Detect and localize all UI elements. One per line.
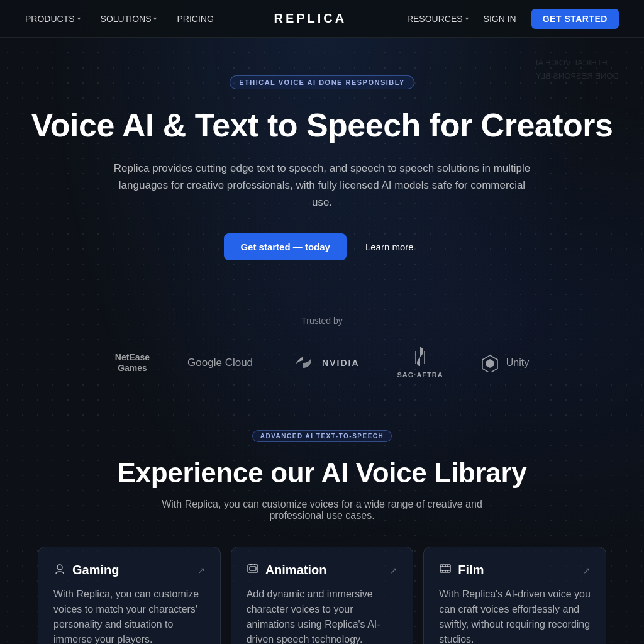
- card-title: Animation: [265, 563, 327, 577]
- chevron-down-icon: ▾: [153, 15, 157, 22]
- animation-icon: [247, 562, 259, 578]
- card-header: Film ↗: [439, 562, 591, 578]
- get-started-button[interactable]: Get started — today: [224, 233, 347, 260]
- trusted-section: Trusted by NetEaseGames Google Cloud NVI…: [0, 286, 644, 392]
- external-link-icon[interactable]: ↗: [583, 565, 591, 575]
- voice-library-title: Experience our AI Voice Library: [25, 457, 619, 489]
- nav-resources[interactable]: RESOURCES ▾: [407, 14, 469, 24]
- cards-grid: Gaming ↗ With Replica, you can customize…: [25, 547, 619, 644]
- film-icon: [439, 562, 452, 578]
- logo-sag-aftra: SAG·AFTRA: [397, 346, 443, 379]
- svg-marker-1: [486, 359, 494, 368]
- card-film: Film ↗ With Replica's AI-driven voice yo…: [423, 547, 606, 644]
- logo-google: Google Cloud: [187, 357, 253, 369]
- card-description: Add dynamic and immersive character voic…: [247, 587, 398, 644]
- voice-library-description: With Replica, you can customize voices f…: [133, 499, 511, 521]
- svg-point-2: [57, 565, 62, 570]
- hero-cta: Get started — today Learn more: [25, 233, 619, 260]
- card-title-row: Gaming: [53, 562, 119, 578]
- chevron-down-icon: ▾: [465, 15, 469, 22]
- navbar: PRODUCTS ▾ SOLUTIONS ▾ PRICING REPLICA R…: [0, 0, 644, 38]
- logo-nvidia: NVIDIA: [291, 353, 359, 373]
- logos-row: NetEaseGames Google Cloud NVIDIA SAG·AFT…: [25, 346, 619, 379]
- hero-bg-text: ETHICAL VOICE AI DONE RESPONSIBLY: [536, 57, 619, 83]
- card-header: Animation ↗: [247, 562, 398, 578]
- hero-title: Voice AI & Text to Speech for Creators: [25, 107, 619, 145]
- nav-get-started-button[interactable]: GET STARTED: [531, 9, 619, 29]
- nav-left: PRODUCTS ▾ SOLUTIONS ▾ PRICING: [25, 14, 214, 24]
- card-gaming: Gaming ↗ With Replica, you can customize…: [38, 547, 221, 644]
- nav-pricing[interactable]: PRICING: [177, 14, 213, 24]
- trusted-label: Trusted by: [25, 316, 619, 326]
- logo-netease: NetEaseGames: [115, 352, 150, 374]
- external-link-icon[interactable]: ↗: [390, 565, 397, 575]
- external-link-icon[interactable]: ↗: [197, 565, 205, 575]
- hero-section: ETHICAL VOICE AI DONE RESPONSIBLY ETHICA…: [0, 38, 644, 286]
- card-title-row: Animation: [247, 562, 327, 578]
- chevron-down-icon: ▾: [77, 15, 80, 22]
- voice-library-section: ADVANCED AI TEXT-TO-SPEECH Experience ou…: [0, 392, 644, 644]
- section-badge: ADVANCED AI TEXT-TO-SPEECH: [252, 430, 392, 442]
- card-description: With Replica, you can customize voices t…: [53, 587, 205, 644]
- nav-right: RESOURCES ▾ SIGN IN GET STARTED: [407, 9, 619, 29]
- card-title-row: Film: [439, 562, 484, 578]
- hero-badge: ETHICAL VOICE AI DONE RESPONSIBLY: [230, 75, 414, 89]
- svg-rect-4: [250, 567, 256, 570]
- hero-description: Replica provides cutting edge text to sp…: [108, 160, 536, 211]
- nav-sign-in[interactable]: SIGN IN: [484, 14, 516, 24]
- gaming-icon: [53, 562, 66, 578]
- card-title: Film: [458, 563, 484, 577]
- nav-solutions[interactable]: SOLUTIONS ▾: [101, 14, 157, 24]
- logo-unity: Unity: [481, 354, 529, 372]
- learn-more-button[interactable]: Learn more: [359, 233, 420, 260]
- card-animation: Animation ↗ Add dynamic and immersive ch…: [231, 547, 414, 644]
- card-header: Gaming ↗: [53, 562, 205, 578]
- card-title: Gaming: [72, 563, 119, 577]
- card-description: With Replica's AI-driven voice you can c…: [439, 587, 591, 644]
- site-logo[interactable]: REPLICA: [274, 11, 347, 26]
- nav-products[interactable]: PRODUCTS ▾: [25, 14, 80, 24]
